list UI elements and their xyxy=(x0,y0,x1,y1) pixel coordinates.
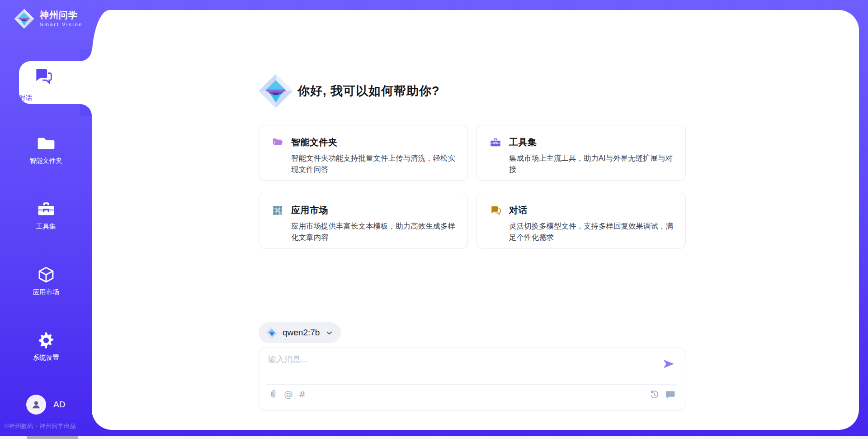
mention-button[interactable]: @ xyxy=(284,389,293,399)
horizontal-scrollbar xyxy=(0,436,868,439)
card-description: 集成市场上主流工具，助力AI与外界无缝扩展与对接 xyxy=(509,153,675,175)
card-description: 灵活切换多模型文件，支持多样回复效果调试，满足个性化需求 xyxy=(509,220,675,243)
feature-cards: 智能文件夹 智能文件夹功能支持批量文件上传与清洗，轻松实现文件问答 工具集 集成… xyxy=(259,125,686,248)
sidebar-item-label: 对话 xyxy=(19,94,67,102)
sidebar-item-label: 工具集 xyxy=(0,222,92,231)
chat-icon xyxy=(33,66,53,86)
sidebar-item-app-market[interactable]: 应用市场 xyxy=(0,265,92,296)
composer-divider xyxy=(267,384,677,385)
at-icon: @ xyxy=(284,389,293,399)
user-initials: AD xyxy=(53,400,65,410)
paperclip-icon xyxy=(268,389,278,399)
sidebar: 神州问学 Smart Vision 对话 智能文件夹 工具集 应用市场 系统设置… xyxy=(0,0,92,439)
card-toolset[interactable]: 工具集 集成市场上主流工具，助力AI与外界无缝扩展与对接 xyxy=(476,125,686,181)
card-title: 工具集 xyxy=(509,136,537,148)
card-head: 应用市场 xyxy=(272,204,457,216)
chevron-down-icon xyxy=(325,329,334,337)
toolbox-icon xyxy=(37,200,56,219)
brand-text: 神州问学 Smart Vision xyxy=(40,10,83,28)
model-name: qwen2:7b xyxy=(283,328,320,338)
brand-diamond-icon xyxy=(266,327,278,339)
card-title: 智能文件夹 xyxy=(291,136,338,148)
grid-icon xyxy=(272,205,283,216)
main-content-panel: 你好, 我可以如何帮助你? 智能文件夹 智能文件夹功能支持批量文件上传与清洗，轻… xyxy=(92,10,859,430)
hash-icon: # xyxy=(298,389,306,399)
card-chat[interactable]: 对话 灵活切换多模型文件，支持多样回复效果调试，满足个性化需求 xyxy=(476,193,686,248)
tab-fillet-top xyxy=(80,49,92,61)
avatar xyxy=(26,395,46,415)
greeting-row: 你好, 我可以如何帮助你? xyxy=(258,73,440,109)
history-icon xyxy=(649,389,660,400)
folder-open-icon xyxy=(272,137,283,148)
sidebar-item-toolset[interactable]: 工具集 xyxy=(0,200,92,231)
card-description: 智能文件夹功能支持批量文件上传与清洗，轻松实现文件问答 xyxy=(291,153,457,175)
cube-icon xyxy=(37,265,56,284)
card-description: 应用市场提供丰富长文本模板，助力高效生成多样化文章内容 xyxy=(291,220,457,243)
attach-file-button[interactable] xyxy=(268,389,278,399)
card-head: 工具集 xyxy=(490,136,675,148)
sidebar-item-smart-folder[interactable]: 智能文件夹 xyxy=(0,134,92,165)
sidebar-item-chat[interactable]: 对话 xyxy=(19,61,95,104)
person-icon xyxy=(30,399,42,410)
greeting-title: 你好, 我可以如何帮助你? xyxy=(297,83,440,99)
card-smart-folder[interactable]: 智能文件夹 智能文件夹功能支持批量文件上传与清洗，轻松实现文件问答 xyxy=(259,125,468,181)
history-button[interactable] xyxy=(649,389,660,400)
topic-button[interactable]: # xyxy=(298,389,306,399)
sidebar-item-label: 系统设置 xyxy=(0,353,92,362)
card-title: 对话 xyxy=(509,204,528,216)
message-composer: @ # xyxy=(259,348,685,411)
folder-icon xyxy=(37,134,56,153)
toolbox-icon xyxy=(490,137,501,148)
model-selector[interactable]: qwen2:7b xyxy=(259,322,341,343)
message-input[interactable] xyxy=(268,354,652,380)
card-app-market[interactable]: 应用市场 应用市场提供丰富长文本模板，助力高效生成多样化文章内容 xyxy=(259,193,468,248)
chat-bubble-button[interactable] xyxy=(665,389,676,400)
sidebar-item-settings[interactable]: 系统设置 xyxy=(0,331,92,362)
tab-fillet-bottom xyxy=(80,104,92,116)
card-head: 对话 xyxy=(490,204,675,216)
user-account[interactable]: AD xyxy=(26,395,65,415)
chat-icon xyxy=(490,205,501,216)
composer-toolbar-right xyxy=(649,389,676,400)
sidebar-item-label: 应用市场 xyxy=(0,288,92,296)
brand-name: 神州问学 xyxy=(40,10,83,19)
composer-toolbar-left: @ # xyxy=(268,389,306,399)
send-icon xyxy=(662,357,675,371)
brand-subtitle: Smart Vision xyxy=(40,22,83,28)
copyright-text: ©神州数码 · 神州问学出品 xyxy=(5,422,76,430)
gear-icon xyxy=(37,331,56,350)
card-head: 智能文件夹 xyxy=(272,136,457,148)
send-button[interactable] xyxy=(661,357,676,372)
card-title: 应用市场 xyxy=(291,204,328,216)
chat-bubble-icon xyxy=(665,389,676,400)
brand-diamond-icon xyxy=(14,8,35,29)
sidebar-item-label: 智能文件夹 xyxy=(0,157,92,165)
brand: 神州问学 Smart Vision xyxy=(14,8,83,29)
scrollbar-thumb[interactable] xyxy=(27,436,78,439)
brand-diamond-icon xyxy=(258,73,294,109)
